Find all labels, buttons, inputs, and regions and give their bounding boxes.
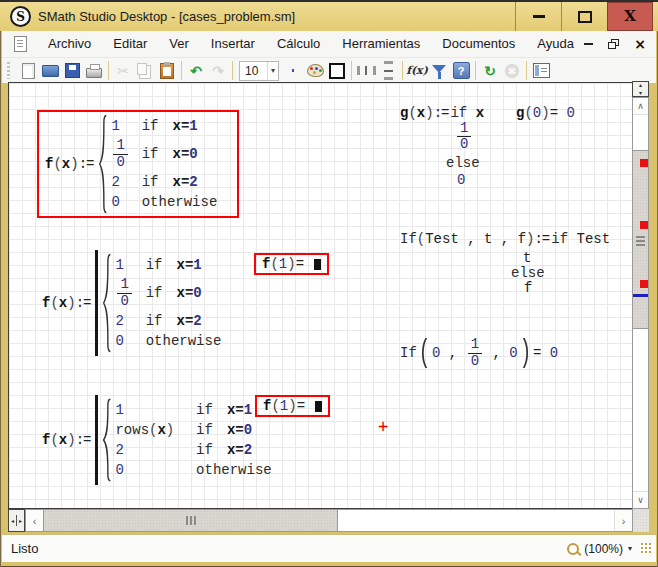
save-icon [65,63,80,78]
menu-item-ver[interactable]: Ver [158,31,200,57]
error-mark [640,159,648,167]
piecewise-definition-rows[interactable]: f(x):=1ifx=1rows(x)ifx=02ifx=20otherwise [42,398,286,482]
font-size-select[interactable]: 10▾ [239,61,279,81]
menu-item-archivo[interactable]: Archivo [37,31,102,57]
fraction: 10 [468,337,482,369]
copy-icon [137,63,147,75]
case-row: 10ifx=0 [111,138,231,170]
piecewise-definition-error[interactable]: f(x):=1ifx=110ifx=02ifx=20otherwise [37,110,239,218]
border-icon [329,63,345,79]
maximize-icon [578,11,592,23]
cut-button: ✂ [112,60,134,81]
menu-item-documentos[interactable]: Documentos [431,31,526,57]
f1-evaluation-error[interactable]: f(1)= [254,253,329,275]
toolbar-separator [232,61,233,80]
toolbar-separator [181,61,182,80]
if-evaluation[interactable]: If(0 , 10 , 0)= 0 [400,337,558,369]
toolbar: ✂↶↷10▾f(x)↻ [2,57,656,83]
border-button[interactable] [326,60,348,81]
case-row: 0otherwise [115,462,285,478]
menu-item-ayuda[interactable]: Ayuda [526,31,585,57]
f1-evaluation-error-2[interactable]: f(1)= [255,395,330,417]
piecewise-definition-program[interactable]: f(x):=1ifx=110ifx=02ifx=20otherwise [42,253,235,353]
cases-brace-icon [98,114,107,214]
case-row: 0otherwise [111,194,231,210]
align-horizontal-button[interactable] [355,60,377,81]
menu-item-editar[interactable]: Editar [102,31,158,57]
abort-icon [505,64,519,78]
scroll-down-button[interactable]: ∨ [633,491,648,508]
menu-item-insertar[interactable]: Insertar [200,31,266,57]
program-line-bar [95,395,98,485]
split-left-icon: ◂ [11,517,14,524]
open-file-button[interactable] [39,60,61,81]
document-minimize-icon[interactable] [584,43,593,45]
font-color-icon [292,69,294,72]
zoom-caret-icon[interactable]: ▾ [628,544,632,553]
new-document-button[interactable] [17,60,39,81]
close-button[interactable]: X [607,2,653,31]
case-row: 2ifx=2 [115,313,235,329]
maximize-button[interactable] [561,2,607,31]
program-line-bar [95,250,98,356]
status-message: Listo [11,541,38,556]
document-restore-icon[interactable] [608,39,619,49]
help-button[interactable] [450,60,472,81]
horizontal-split-handle[interactable]: ◂ ▸ [8,509,25,532]
worksheet-canvas[interactable]: f(x):=1ifx=110ifx=02ifx=20otherwise g(x)… [8,82,633,509]
scroll-left-button[interactable]: ‹ [26,510,44,531]
print-button[interactable] [83,60,105,81]
menu-item-calculo[interactable]: Cálculo [266,31,331,57]
paste-button[interactable] [156,60,178,81]
fraction: 10 [113,138,127,170]
cases-brace-icon [102,253,111,353]
case-row: 0otherwise [115,333,235,349]
resize-grip[interactable] [640,542,652,554]
if-function-definition[interactable]: If(Test , t , f):=if Test t else f [400,231,610,301]
document-icon[interactable] [14,36,27,52]
split-right-icon: ▸ [19,517,22,524]
help-icon [453,62,470,79]
menubar: ArchivoEditarVerInsertarCálculoHerramien… [2,31,656,57]
close-icon: X [624,9,636,24]
case-row: 10ifx=0 [115,277,235,309]
undo-button[interactable]: ↶ [185,60,207,81]
document-close-icon[interactable]: × [634,37,646,51]
vertical-scroll-thumb[interactable] [633,150,648,329]
font-color-button[interactable] [282,60,304,81]
save-button[interactable] [61,60,83,81]
minimize-button[interactable] [515,2,561,31]
recalculate-button[interactable]: ↻ [479,60,501,81]
app-logo-icon: S [10,6,31,27]
background-color-button[interactable] [304,60,326,81]
horizontal-scroll-thumb[interactable] [43,510,338,531]
insert-function-button[interactable]: f(x) [406,60,428,81]
align-vertical-button[interactable] [377,60,399,81]
toolbar-separator [526,61,527,80]
scrollbar-corner [633,509,649,532]
placeholder-box [315,401,322,412]
scroll-up-button[interactable]: ∧ [633,98,648,115]
split-up-icon: ▴ [639,82,642,88]
scroll-right-button[interactable]: › [614,510,632,531]
menu-item-herramientas[interactable]: Herramientas [331,31,431,57]
paste-icon [160,63,174,79]
zoom-level[interactable]: (100%) [584,542,623,556]
fraction: 10 [117,277,131,309]
g-if-definition[interactable]: g(x):=if x 10 else 0 [400,105,530,195]
filter-button[interactable] [428,60,450,81]
chevron-down-icon[interactable]: ▾ [267,62,278,80]
g-evaluation[interactable]: g(0)= 0 [516,105,575,121]
vertical-split-handle[interactable]: ▴ ▾ [632,81,649,97]
thumb-grip-icon [636,236,645,246]
copy-button [134,60,156,81]
minimize-icon [533,15,545,18]
thumb-grip-icon [186,516,196,525]
toolbar-drag-handle[interactable] [7,62,10,79]
statusbar: Listo (100%) ▾ [2,534,656,562]
vertical-scrollbar[interactable]: ∧ ∨ [632,97,649,509]
fraction: 10 [457,121,471,153]
show-panels-button[interactable] [530,60,552,81]
horizontal-scrollbar[interactable]: ‹ › [25,509,633,532]
align-horizontal-icon [357,66,376,75]
